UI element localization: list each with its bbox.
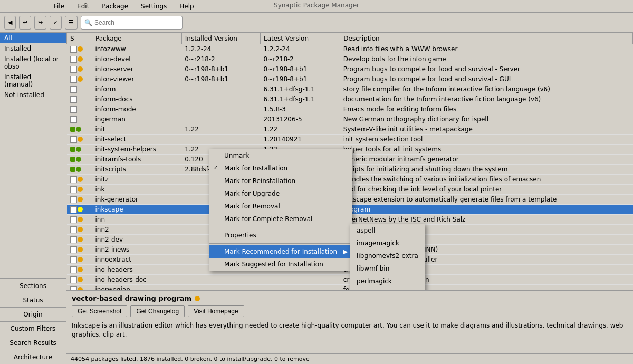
pkg-name: inform-docs (92, 94, 181, 104)
sidebar-architecture[interactable]: Architecture (0, 350, 66, 364)
pkg-name: init-select (92, 135, 181, 145)
ctx-mark-upgrade[interactable]: Mark for Upgrade (209, 187, 352, 200)
search-input[interactable] (94, 19, 179, 26)
pkg-name: infon-server (92, 64, 181, 74)
table-row[interactable]: init-select1.20140921init system selecti… (67, 135, 633, 145)
pkg-checkbox[interactable] (70, 246, 77, 253)
table-row[interactable]: infon-viewer0~r198-8+b10~r198-8+b1Progra… (67, 74, 633, 84)
pkg-description: New German orthography dictionary for is… (340, 114, 633, 124)
pkg-status-col (67, 165, 92, 175)
pkg-checkbox[interactable] (70, 256, 77, 263)
ctx-mark-install[interactable]: ✓Mark for Installation (209, 162, 352, 175)
toolbar-btn-1[interactable]: ◀ (4, 16, 16, 30)
col-package[interactable]: Package (92, 33, 181, 44)
filter-installed-local[interactable]: Installed (local or obso (0, 54, 66, 72)
table-row[interactable]: ingerman20131206-5New German orthography… (67, 114, 633, 124)
col-latest[interactable]: Latest Version (260, 33, 340, 44)
pkg-name: initramfs-tools (92, 155, 181, 165)
sub-perlmagick[interactable]: perlmagick (350, 275, 425, 288)
filter-installed-manual[interactable]: Installed (manual) (0, 72, 66, 90)
pkg-checkbox[interactable] (70, 46, 77, 53)
pkg-name: ink-generator (92, 195, 181, 205)
pkg-checkbox[interactable] (70, 106, 77, 113)
filter-not-installed[interactable]: Not installed (0, 90, 66, 100)
pkg-dot (78, 117, 83, 122)
info-buttons: Get Screenshot Get Changelog Visit Homep… (72, 305, 628, 317)
search-box[interactable]: 🔍 (81, 16, 183, 30)
ctx-unmark[interactable]: Unmark (209, 149, 352, 162)
toolbar-btn-2[interactable]: ↩ (19, 16, 31, 30)
col-desc[interactable]: Description (340, 33, 633, 44)
pkg-name: inform-mode (92, 104, 181, 114)
pkg-installed-version (181, 285, 260, 291)
filter-all[interactable]: All (0, 33, 66, 43)
package-table-container[interactable]: S Package Installed Version Latest Versi… (66, 33, 633, 290)
toolbar-btn-3[interactable]: ↪ (34, 16, 46, 30)
pkg-checkbox[interactable] (70, 266, 77, 273)
pkg-checkbox[interactable] (70, 56, 77, 63)
pkg-checkbox[interactable] (70, 176, 77, 183)
toolbar-btn-4[interactable]: ✓ (50, 16, 62, 30)
toolbar-btn-5[interactable]: ☰ (65, 16, 78, 30)
pkg-checkbox[interactable] (70, 206, 77, 213)
pkg-checkbox[interactable] (70, 196, 77, 203)
pkg-dot (78, 87, 83, 92)
ctx-mark-removal[interactable]: Mark for Removal (209, 200, 352, 213)
pkg-checkbox[interactable] (70, 226, 77, 233)
menu-package[interactable]: Package (99, 2, 131, 11)
sub-libgnomevfs2[interactable]: libgnomevfs2-extra (350, 250, 425, 262)
pkg-status-col (67, 185, 92, 195)
ctx-mark-suggested[interactable]: Mark Suggested for Installation (209, 258, 352, 271)
pkg-checkbox[interactable] (70, 236, 77, 243)
table-row[interactable]: infon-server0~r198-8+b10~r198-8+b1Progra… (67, 64, 633, 74)
table-row[interactable]: inform-mode1.5.8-3Emacs mode for editing… (67, 104, 633, 114)
pkg-checkbox[interactable] (70, 96, 77, 103)
menu-help[interactable]: Help (176, 2, 197, 11)
menu-settings[interactable]: Settings (138, 2, 170, 11)
pkg-checkbox[interactable] (70, 276, 77, 283)
sidebar-origin[interactable]: Origin (0, 307, 66, 321)
sidebar-search-results[interactable]: Search Results (0, 336, 66, 350)
pkg-checkbox[interactable] (70, 86, 77, 93)
table-row[interactable]: inform-docs6.31.1+dfsg-1.1documentation … (67, 94, 633, 104)
ctx-properties[interactable]: Properties (209, 229, 352, 242)
pkg-status-col (67, 124, 92, 135)
table-row[interactable]: init1.221.22System-V-like init utilities… (67, 124, 633, 135)
ctx-mark-reinstall[interactable]: Mark for Reinstallation (209, 175, 352, 187)
sidebar-sections[interactable]: Sections (0, 279, 66, 293)
sub-imagemagick[interactable]: imagemagick (350, 237, 425, 250)
btn-homepage[interactable]: Visit Homepage (188, 305, 244, 317)
table-row[interactable]: infon-devel0~r218-20~r218-2Develop bots … (67, 54, 633, 64)
pkg-installed-version (181, 94, 260, 104)
col-s[interactable]: S (67, 33, 92, 44)
sub-pstoedit[interactable]: pstoedit (350, 288, 425, 290)
pkg-checkbox[interactable] (70, 286, 77, 291)
menu-file[interactable]: File (51, 2, 68, 11)
pkg-checkbox[interactable] (70, 66, 77, 73)
pkg-installed-version (181, 135, 260, 145)
table-row[interactable]: inform6.31.1+dfsg-1.1story file compiler… (67, 84, 633, 94)
pkg-checkbox[interactable] (70, 116, 77, 123)
pkg-status-col (67, 84, 92, 94)
status-bar: 44054 packages listed, 1876 installed, 0… (66, 353, 633, 364)
pkg-name: infozwww (92, 44, 181, 54)
ctx-mark-complete-removal[interactable]: Mark for Complete Removal (209, 213, 352, 225)
menu-edit[interactable]: Edit (74, 2, 92, 11)
btn-screenshot[interactable]: Get Screenshot (72, 305, 127, 317)
pkg-checkbox[interactable] (70, 186, 77, 193)
pkg-checkbox[interactable] (70, 216, 77, 223)
ctx-mark-recommended[interactable]: Mark Recommended for Installation▶ (209, 245, 352, 258)
pkg-checkbox[interactable] (70, 136, 77, 143)
sidebar-status[interactable]: Status (0, 293, 66, 307)
sub-libwmf[interactable]: libwmf-bin (350, 262, 425, 275)
pkg-checkbox[interactable] (70, 76, 77, 83)
search-icon: 🔍 (84, 19, 92, 26)
col-installed[interactable]: Installed Version (181, 33, 260, 44)
filter-installed[interactable]: Installed (0, 43, 66, 54)
filter-list: All Installed Installed (local or obso I… (0, 33, 66, 279)
sub-aspell[interactable]: aspell (350, 224, 425, 237)
table-row[interactable]: infozwww1.2.2-241.2.2-24Read info files … (67, 44, 633, 54)
btn-changelog[interactable]: Get Changelog (130, 305, 185, 317)
pkg-status-col (67, 64, 92, 74)
sidebar-custom-filters[interactable]: Custom Filters (0, 321, 66, 336)
